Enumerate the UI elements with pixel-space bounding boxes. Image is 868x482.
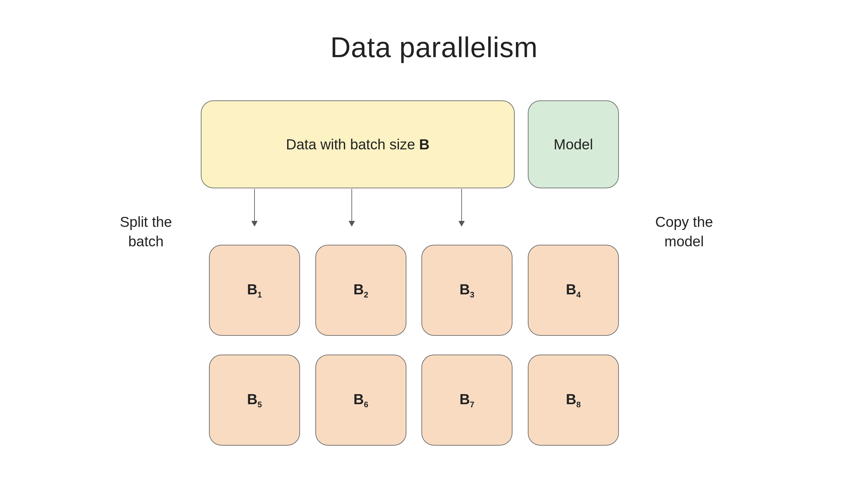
batch-box-8: B8	[528, 355, 619, 446]
batch-box-2: B2	[315, 245, 406, 336]
diagram-stage: Data parallelism Data with batch size B …	[0, 0, 868, 482]
data-box: Data with batch size B	[201, 100, 515, 188]
batch-box-6: B6	[315, 355, 406, 446]
arrow-down-icon	[254, 189, 255, 226]
batch-box-4: B4	[528, 245, 619, 336]
diagram-title: Data parallelism	[0, 31, 868, 64]
model-box: Model	[528, 100, 619, 188]
batch-box-5: B5	[209, 355, 300, 446]
model-box-label: Model	[554, 136, 593, 153]
arrow-down-icon	[461, 189, 462, 226]
data-box-text: Data with batch size	[286, 136, 419, 152]
split-batch-label: Split thebatch	[97, 212, 194, 251]
batch-box-1: B1	[209, 245, 300, 336]
arrow-down-icon	[351, 189, 352, 226]
batch-box-7: B7	[422, 355, 513, 446]
batch-box-3: B3	[422, 245, 513, 336]
data-box-bold: B	[419, 136, 430, 152]
copy-model-label: Copy themodel	[634, 212, 734, 251]
